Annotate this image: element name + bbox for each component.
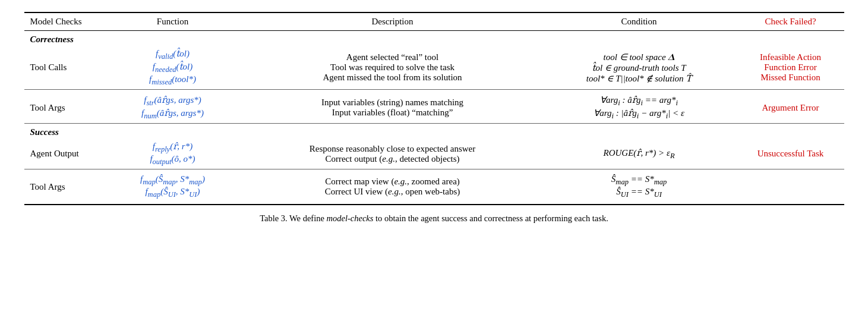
caption-text: Table 3. We define model-checks to obtai…: [260, 213, 608, 223]
tool-args-success-descriptions: Correct map view (e.g., zoomed area) Cor…: [244, 169, 541, 205]
cond-map-ui: ŜUI == S*UI: [547, 187, 731, 199]
tool-args-correctness-conditions: ∀argi : âr̂gi == arg*i ∀argi : |âr̂gi …: [541, 90, 737, 124]
cond-reply: ROUGE(r̂, r*) > εR: [547, 147, 731, 161]
tool-calls-descriptions: Agent selected “real” tool Tool was requ…: [244, 46, 541, 90]
tool-args-success-functions: fmap(Ŝmap, S*map) fmap(ŜUI, S*UI): [102, 169, 244, 205]
header-function: Function: [102, 12, 244, 31]
tool-calls-check-failed: Infeasible Action Function Error Missed …: [737, 46, 844, 90]
func-num: fnum(âr̂gs, args*): [108, 108, 238, 121]
cond-valid: tool ∈ tool space 𝚫: [547, 52, 731, 62]
check-unsuccessful-task: Unsuccessful Task: [743, 149, 838, 159]
func-str: fstr(âr̂gs, args*): [108, 95, 238, 108]
tool-args-correctness-descriptions: Input variables (string) names matching …: [244, 90, 541, 124]
agent-output-label: Agent Output: [24, 139, 102, 169]
desc-needed: Tool was required to solve the task: [250, 62, 535, 73]
agent-output-descriptions: Response reasonably close to expected an…: [244, 139, 541, 169]
desc-str: Input variables (string) names matching: [250, 98, 535, 108]
header-description: Description: [244, 12, 541, 31]
table-row: Tool Calls fvalid(t̂ol) fneeded(t̂ol) fm…: [24, 46, 844, 90]
tool-args-success-conditions: Ŝmap == S*map ŜUI == S*UI: [541, 169, 737, 205]
desc-reply: Response reasonably close to expected an…: [250, 144, 535, 154]
cond-needed: t̂ol ∈ ground-truth tools T: [547, 62, 731, 73]
func-map-map: fmap(Ŝmap, S*map): [108, 174, 238, 187]
tool-args-correctness-label: Tool Args: [24, 90, 102, 124]
agent-output-functions: freply(r̂, r*) foutput(ô, o*): [102, 139, 244, 169]
tool-args-correctness-functions: fstr(âr̂gs, args*) fnum(âr̂gs, args*): [102, 90, 244, 124]
section-success-header: Success: [24, 124, 844, 139]
desc-map-map: Correct map view (e.g., zoomed area): [250, 177, 535, 187]
func-missed: fmissed(tool*): [108, 74, 238, 87]
tool-args-correctness-check-failed: Argument Error: [737, 90, 844, 124]
check-infeasible-action: Infeasible Action: [743, 52, 838, 62]
func-valid: fvalid(t̂ol): [108, 48, 238, 61]
header-condition: Condition: [541, 12, 737, 31]
success-label: Success: [24, 124, 844, 139]
tool-calls-conditions: tool ∈ tool space 𝚫 t̂ol ∈ ground-truth …: [541, 46, 737, 90]
tool-args-success-check-failed: [737, 169, 844, 205]
tool-calls-functions: fvalid(t̂ol) fneeded(t̂ol) fmissed(tool*…: [102, 46, 244, 90]
table-row: Agent Output freply(r̂, r*) foutput(ô, o…: [24, 139, 844, 169]
check-argument-error: Argument Error: [743, 103, 838, 113]
func-map-ui: fmap(ŜUI, S*UI): [108, 187, 238, 199]
check-missed-function: Missed Function: [743, 73, 838, 83]
desc-missed: Agent missed the tool from its solution: [250, 73, 535, 83]
header-model-checks: Model Checks: [24, 12, 102, 31]
cond-str: ∀argi : âr̂gi == arg*i: [547, 95, 731, 108]
table-wrapper: Model Checks Function Description Condit…: [24, 12, 844, 224]
cond-map-map: Ŝmap == S*map: [547, 174, 731, 187]
header-check-failed: Check Failed?: [737, 12, 844, 31]
desc-valid: Agent selected “real” tool: [250, 52, 535, 62]
agent-output-conditions: ROUGE(r̂, r*) > εR: [541, 139, 737, 169]
cond-missed: tool* ∈ T||tool* ∉ solution T̂: [547, 73, 731, 84]
desc-map-ui: Correct UI view (e.g., open web-tabs): [250, 187, 535, 197]
desc-output: Correct output (e.g., detected objects): [250, 154, 535, 164]
correctness-label: Correctness: [24, 31, 844, 46]
section-correctness-header: Correctness: [24, 31, 844, 46]
tool-calls-label: Tool Calls: [24, 46, 102, 90]
tool-args-success-label: Tool Args: [24, 169, 102, 205]
table-caption: Table 3. We define model-checks to obtai…: [24, 213, 844, 224]
table-row: Tool Args fstr(âr̂gs, args*) fnum(âr̂g…: [24, 90, 844, 124]
desc-num: Input variables (float) “matching”: [250, 108, 535, 118]
func-output: foutput(ô, o*): [108, 154, 238, 166]
func-reply: freply(r̂, r*): [108, 141, 238, 154]
table-row: Tool Args fmap(Ŝmap, S*map) fmap(ŜUI, S*…: [24, 169, 844, 205]
check-function-error: Function Error: [743, 62, 838, 73]
agent-output-check-failed: Unsuccessful Task: [737, 139, 844, 169]
cond-num: ∀argi : |âr̂gi − arg*i| < ε: [547, 108, 731, 121]
func-needed: fneeded(t̂ol): [108, 61, 238, 74]
main-table: Model Checks Function Description Condit…: [24, 12, 844, 205]
